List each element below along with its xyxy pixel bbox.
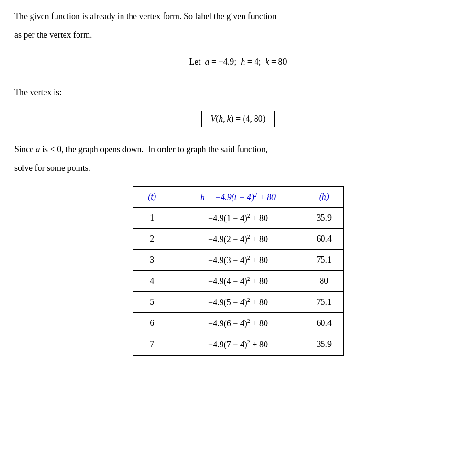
cell-formula-7: −4.9(7 − 4)2 + 80 — [171, 334, 305, 355]
vertex-section: The vertex is: V(h, k) = (4, 80) — [14, 86, 462, 134]
since-line1: Since a is < 0, the graph opens down. In… — [14, 143, 462, 156]
cell-formula-3: −4.9(3 − 4)2 + 80 — [171, 249, 305, 270]
cell-h-6: 60.4 — [305, 312, 343, 334]
table-row: 1−4.9(1 − 4)2 + 8035.9 — [133, 207, 343, 228]
intro-line2: as per the vertex form. — [14, 28, 462, 42]
cell-h-5: 75.1 — [305, 291, 343, 312]
cell-h-4: 80 — [305, 270, 343, 291]
cell-formula-6: −4.9(6 − 4)2 + 80 — [171, 312, 305, 334]
cell-t-3: 3 — [133, 249, 171, 270]
table-row: 3−4.9(3 − 4)2 + 8075.1 — [133, 249, 343, 270]
cell-h-1: 35.9 — [305, 207, 343, 228]
since-line2: solve for some points. — [14, 161, 462, 175]
header-formula: h = −4.9(t − 4)2 + 80 — [171, 186, 305, 208]
cell-t-4: 4 — [133, 270, 171, 291]
vertex-form-formula: Let a = −4.9; h = 4; k = 80 — [180, 54, 296, 70]
boxed-formula-container: Let a = −4.9; h = 4; k = 80 — [14, 47, 462, 77]
table-row: 2−4.9(2 − 4)2 + 8060.4 — [133, 228, 343, 249]
cell-h-3: 75.1 — [305, 249, 343, 270]
table-header-row: (t) h = −4.9(t − 4)2 + 80 (h) — [133, 186, 343, 208]
cell-t-7: 7 — [133, 334, 171, 355]
cell-formula-2: −4.9(2 − 4)2 + 80 — [171, 228, 305, 249]
cell-formula-1: −4.9(1 − 4)2 + 80 — [171, 207, 305, 228]
cell-t-6: 6 — [133, 312, 171, 334]
values-table: (t) h = −4.9(t − 4)2 + 80 (h) 1−4.9(1 − … — [133, 186, 344, 356]
cell-formula-4: −4.9(4 − 4)2 + 80 — [171, 270, 305, 291]
cell-h-7: 35.9 — [305, 334, 343, 355]
vertex-formula-box: V(h, k) = (4, 80) — [201, 111, 274, 127]
vertex-label: The vertex is: — [14, 86, 462, 100]
table-container: (t) h = −4.9(t − 4)2 + 80 (h) 1−4.9(1 − … — [14, 186, 462, 356]
table-row: 6−4.9(6 − 4)2 + 8060.4 — [133, 312, 343, 334]
cell-formula-5: −4.9(5 − 4)2 + 80 — [171, 291, 305, 312]
cell-t-1: 1 — [133, 207, 171, 228]
cell-h-2: 60.4 — [305, 228, 343, 249]
cell-t-5: 5 — [133, 291, 171, 312]
cell-t-2: 2 — [133, 228, 171, 249]
intro-line1: The given function is already in the ver… — [14, 10, 462, 23]
since-section: Since a is < 0, the graph opens down. In… — [14, 143, 462, 175]
header-h: (h) — [305, 186, 343, 208]
table-row: 7−4.9(7 − 4)2 + 8035.9 — [133, 334, 343, 355]
intro-paragraph: The given function is already in the ver… — [14, 10, 462, 42]
table-row: 5−4.9(5 − 4)2 + 8075.1 — [133, 291, 343, 312]
header-t: (t) — [133, 186, 171, 208]
table-row: 4−4.9(4 − 4)2 + 8080 — [133, 270, 343, 291]
vertex-formula-container: V(h, k) = (4, 80) — [14, 104, 462, 134]
